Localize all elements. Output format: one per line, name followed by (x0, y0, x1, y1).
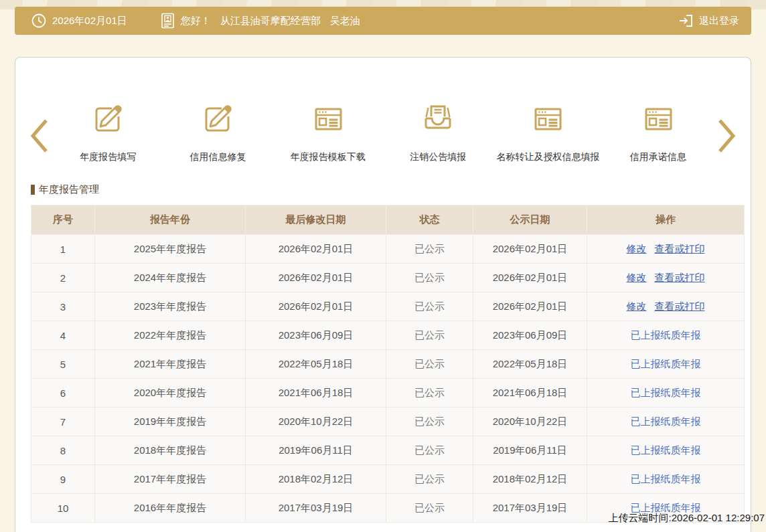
report-year-cell: 2024年年度报告 (95, 264, 246, 292)
last-modified-cell: 2023年06月09日 (246, 321, 386, 350)
carousel-item-label: 信用承诺信息 (630, 151, 686, 163)
index-cell: 8 (31, 436, 95, 465)
index-cell: 4 (31, 321, 95, 350)
report-year-cell: 2025年年度报告 (95, 235, 246, 264)
section-title: 年度报告管理 (31, 183, 751, 196)
header-last-modified: 最后修改日期 (246, 205, 386, 235)
company-name: 从江县油哥摩配经营部 (220, 15, 321, 26)
last-modified-cell: 2019年06月11日 (246, 436, 386, 465)
carousel-item-template-download[interactable]: 年度报告模板下载 (273, 98, 383, 163)
table-row: 92017年年度报告2018年02月12日已公示2018年02月12日已上报纸质… (31, 465, 745, 494)
carousel-item-name-transfer[interactable]: 名称转让及授权信息填报 (493, 98, 603, 163)
edit-icon (89, 98, 127, 138)
clock-icon (31, 13, 47, 29)
publish-date-cell: 2026年02月01日 (473, 292, 587, 321)
last-modified-cell: 2026年02月01日 (246, 264, 386, 292)
carousel-items: 年度报告填写 信用信息修复 (53, 98, 713, 163)
actions-cell: 已上报纸质年报 (587, 465, 745, 494)
publish-date-cell: 2019年06月11日 (473, 436, 587, 465)
paper-annual-report-note: 已上报纸质年报 (631, 387, 701, 398)
index-cell: 1 (31, 235, 95, 264)
actions-cell: 修改查看或打印 (587, 235, 745, 264)
chevron-right-icon (715, 116, 739, 158)
table-row: 62020年年度报告2021年06月18日已公示2021年06月18日已上报纸质… (31, 379, 745, 408)
modify-link[interactable]: 修改 (627, 272, 647, 283)
paper-annual-report-note: 已上报纸质年报 (631, 358, 701, 369)
actions-cell: 已上报纸质年报 (587, 436, 745, 465)
last-modified-cell: 2018年02月12日 (246, 465, 386, 494)
table-row: 72019年年度报告2020年10月22日已公示2020年10月22日已上报纸质… (31, 408, 745, 436)
header-status: 状态 (386, 205, 473, 235)
carousel-item-credit-repair[interactable]: 信用信息修复 (163, 98, 273, 163)
upload-time-watermark: 上传云端时间:2026-02-01 12:29:07 (609, 512, 765, 525)
table-row: 22024年年度报告2026年02月01日已公示2026年02月01日修改查看或… (31, 264, 745, 292)
index-cell: 2 (31, 264, 95, 292)
status-cell: 已公示 (386, 235, 473, 264)
carousel-next-button[interactable] (713, 98, 741, 158)
inbox-icon (419, 98, 457, 138)
document-icon (639, 98, 677, 138)
status-cell: 已公示 (386, 292, 473, 321)
status-cell: 已公示 (386, 321, 473, 350)
carousel-item-label: 名称转让及授权信息填报 (496, 151, 599, 163)
carousel-item-annual-report-fill[interactable]: 年度报告填写 (53, 98, 163, 163)
status-cell: 已公示 (386, 350, 473, 379)
publish-date-cell: 2023年06月09日 (473, 321, 587, 350)
section-title-marker (31, 185, 35, 195)
logout-icon (678, 13, 694, 29)
header-report-year: 报告年份 (95, 205, 246, 235)
publish-date-cell: 2026年02月01日 (473, 264, 587, 292)
table-row: 32023年年度报告2026年02月01日已公示2026年02月01日修改查看或… (31, 292, 745, 321)
logout-label: 退出登录 (699, 15, 739, 27)
table-row: 12025年年度报告2026年02月01日已公示2026年02月01日修改查看或… (31, 235, 745, 264)
main-panel: 年度报告填写 信用信息修复 (15, 57, 751, 532)
header-index: 序号 (31, 205, 95, 235)
paper-annual-report-note: 已上报纸质年报 (631, 502, 701, 513)
top-bar: 2026年02月01日 您好！从江县油哥摩配经营部吴老油 退出登录 (15, 7, 751, 35)
actions-cell: 已上报纸质年报 (587, 350, 745, 379)
index-cell: 3 (31, 292, 95, 321)
actions-cell: 已上报纸质年报 (587, 379, 745, 408)
index-cell: 6 (31, 379, 95, 408)
feature-carousel: 年度报告填写 信用信息修复 (15, 58, 751, 163)
paper-annual-report-note: 已上报纸质年报 (631, 473, 701, 484)
last-modified-cell: 2026年02月01日 (246, 235, 386, 264)
user-greeting: 您好！从江县油哥摩配经营部吴老油 (181, 15, 360, 27)
view-or-print-link[interactable]: 查看或打印 (655, 272, 705, 283)
actions-cell: 修改查看或打印 (587, 292, 745, 321)
carousel-item-label: 年度报告填写 (80, 151, 136, 163)
publish-date-cell: 2020年10月22日 (473, 408, 587, 436)
index-cell: 7 (31, 408, 95, 436)
greeting-text: 您好！ (181, 15, 211, 26)
publish-date-cell: 2022年05月18日 (473, 350, 587, 379)
modify-link[interactable]: 修改 (627, 300, 647, 312)
current-date: 2026年02月01日 (52, 15, 127, 27)
carousel-prev-button[interactable] (25, 98, 53, 158)
carousel-item-label: 年度报告模板下载 (291, 151, 366, 163)
report-year-cell: 2016年年度报告 (95, 494, 246, 523)
view-or-print-link[interactable]: 查看或打印 (655, 300, 705, 312)
modify-link[interactable]: 修改 (627, 243, 647, 254)
actions-cell: 已上报纸质年报 (587, 321, 745, 350)
report-table-body: 12025年年度报告2026年02月01日已公示2026年02月01日修改查看或… (31, 235, 745, 523)
report-year-cell: 2022年年度报告 (95, 321, 246, 350)
carousel-item-cancellation-announcement[interactable]: 注销公告填报 (383, 98, 493, 163)
actions-cell: 修改查看或打印 (587, 264, 745, 292)
logout-button[interactable]: 退出登录 (678, 13, 739, 29)
last-modified-cell: 2020年10月22日 (246, 408, 386, 436)
report-year-cell: 2017年年度报告 (95, 465, 246, 494)
current-date-group: 2026年02月01日 (31, 13, 127, 29)
table-row: 82018年年度报告2019年06月11日已公示2019年06月11日已上报纸质… (31, 436, 745, 465)
section-title-text: 年度报告管理 (39, 183, 99, 196)
publish-date-cell: 2021年06月18日 (473, 379, 587, 408)
status-cell: 已公示 (386, 465, 473, 494)
chevron-left-icon (27, 116, 51, 158)
carousel-item-credit-commitment[interactable]: 信用承诺信息 (603, 98, 713, 163)
edit-icon (199, 98, 236, 138)
status-cell: 已公示 (386, 408, 473, 436)
paper-annual-report-note: 已上报纸质年报 (631, 416, 701, 427)
index-cell: 5 (31, 350, 95, 379)
report-year-cell: 2019年年度报告 (95, 408, 246, 436)
user-info-group: 您好！从江县油哥摩配经营部吴老油 (159, 12, 360, 29)
view-or-print-link[interactable]: 查看或打印 (655, 243, 705, 254)
